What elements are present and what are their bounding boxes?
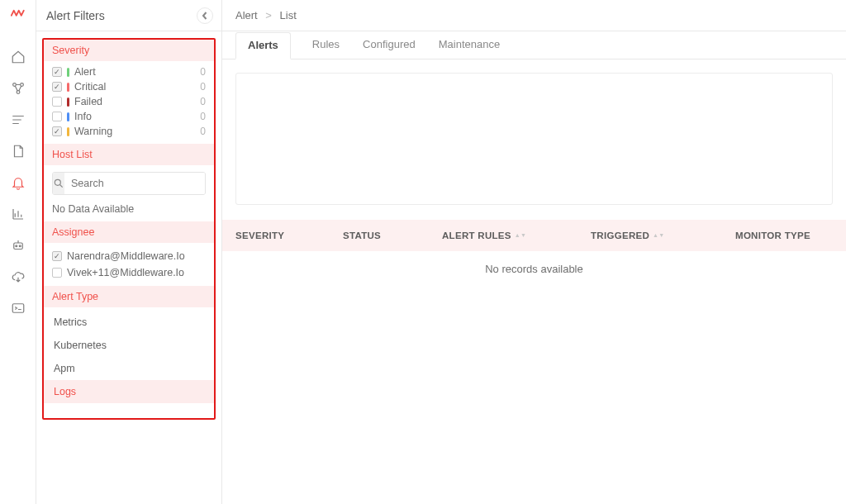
- logo-icon: [11, 5, 26, 20]
- nav-alerts-icon[interactable]: [11, 175, 26, 190]
- nav-nodes-icon[interactable]: [11, 81, 26, 96]
- assignee-heading: Assignee: [44, 221, 214, 243]
- tab-configured[interactable]: Configured: [361, 31, 417, 59]
- severity-item[interactable]: Warning0: [52, 124, 206, 139]
- severity-count: 0: [200, 111, 206, 122]
- tab-alerts[interactable]: Alerts: [235, 32, 291, 59]
- checkbox[interactable]: [52, 67, 62, 77]
- nav-cloud-icon[interactable]: [11, 269, 26, 284]
- col-alert-rules[interactable]: ALERT RULES▲▼: [442, 231, 591, 240]
- host-search[interactable]: [52, 172, 206, 195]
- svg-point-4: [15, 245, 17, 247]
- svg-point-7: [55, 179, 60, 185]
- severity-label: Info: [74, 111, 195, 122]
- severity-color-pill: [67, 83, 69, 92]
- filters-highlight-box: Severity Alert0Critical0Failed0Info0Warn…: [42, 38, 216, 420]
- col-status[interactable]: STATUS: [343, 231, 442, 240]
- severity-label: Warning: [74, 126, 195, 137]
- filters-title: Alert Filters: [46, 9, 105, 22]
- checkbox[interactable]: [52, 126, 62, 136]
- search-icon: [53, 173, 64, 194]
- severity-count: 0: [200, 126, 206, 137]
- breadcrumb-sep: >: [263, 9, 275, 21]
- severity-color-pill: [67, 97, 69, 107]
- severity-item[interactable]: Critical0: [52, 79, 206, 94]
- alert-type-list: MetricsKubernetesApmLogs: [44, 307, 214, 407]
- nav-home-icon[interactable]: [11, 50, 26, 64]
- host-search-input[interactable]: [64, 173, 206, 194]
- nav-chart-icon[interactable]: [11, 207, 26, 221]
- severity-count: 0: [200, 81, 206, 93]
- severity-count: 0: [200, 66, 206, 78]
- col-triggered[interactable]: TRIGGERED▲▼: [591, 231, 735, 240]
- checkbox[interactable]: [52, 251, 62, 261]
- svg-point-5: [19, 245, 21, 247]
- checkbox[interactable]: [52, 82, 62, 92]
- alert-type-item[interactable]: Apm: [44, 357, 214, 380]
- breadcrumb: Alert > List: [222, 0, 846, 31]
- collapse-filters-button[interactable]: [197, 7, 213, 24]
- severity-label: Alert: [74, 66, 195, 78]
- alert-type-item[interactable]: Kubernetes: [44, 334, 214, 357]
- assignee-list: Narendra@Middleware.IoVivek+11@Middlewar…: [44, 243, 214, 286]
- col-severity[interactable]: SEVERITY: [235, 231, 343, 240]
- nav-terminal-icon[interactable]: [11, 301, 26, 316]
- tab-maintenance[interactable]: Maintenance: [437, 31, 501, 59]
- nav-lines-icon[interactable]: [11, 112, 26, 127]
- severity-label: Failed: [74, 96, 195, 107]
- main-content: Alert > List AlertsRulesConfiguredMainte…: [222, 0, 846, 504]
- checkbox[interactable]: [52, 97, 62, 107]
- host-list-heading: Host List: [44, 144, 214, 165]
- severity-item[interactable]: Alert0: [52, 64, 206, 79]
- alert-type-heading: Alert Type: [44, 286, 214, 307]
- severity-color-pill: [67, 112, 69, 121]
- severity-label: Critical: [74, 81, 195, 93]
- alert-type-item[interactable]: Logs: [44, 380, 214, 403]
- nav-robot-icon[interactable]: [11, 238, 26, 253]
- table-header: SEVERITY STATUS ALERT RULES▲▼ TRIGGERED▲…: [222, 220, 846, 251]
- checkbox[interactable]: [52, 268, 62, 278]
- sort-icon: ▲▼: [515, 234, 526, 237]
- severity-item[interactable]: Info0: [52, 109, 206, 124]
- checkbox[interactable]: [52, 112, 62, 121]
- breadcrumb-root[interactable]: Alert: [235, 9, 258, 21]
- severity-count: 0: [200, 96, 206, 107]
- severity-color-pill: [67, 127, 69, 136]
- svg-rect-6: [12, 304, 24, 313]
- severity-list: Alert0Critical0Failed0Info0Warning0: [44, 61, 214, 144]
- tab-rules[interactable]: Rules: [311, 31, 341, 59]
- alert-type-item[interactable]: Metrics: [44, 311, 214, 334]
- left-rail: [0, 0, 36, 504]
- assignee-item[interactable]: Narendra@Middleware.Io: [52, 248, 206, 264]
- chart-placeholder: [235, 73, 833, 205]
- sort-icon: ▲▼: [653, 234, 664, 237]
- severity-heading: Severity: [44, 40, 214, 61]
- assignee-item[interactable]: Vivek+11@Middleware.Io: [52, 264, 206, 281]
- nav-document-icon[interactable]: [11, 144, 26, 159]
- table-empty: No records available: [222, 251, 846, 287]
- assignee-label: Vivek+11@Middleware.Io: [67, 267, 206, 278]
- host-no-data: No Data Available: [52, 203, 206, 215]
- breadcrumb-leaf: List: [280, 9, 297, 21]
- tabs: AlertsRulesConfiguredMaintenance: [222, 31, 846, 59]
- severity-color-pill: [67, 68, 69, 77]
- filters-panel: Alert Filters Severity Alert0Critical0Fa…: [36, 0, 222, 504]
- assignee-label: Narendra@Middleware.Io: [67, 250, 206, 262]
- col-monitor-type[interactable]: MONITOR TYPE: [735, 231, 833, 240]
- severity-item[interactable]: Failed0: [52, 94, 206, 109]
- chevron-left-icon: [201, 12, 209, 20]
